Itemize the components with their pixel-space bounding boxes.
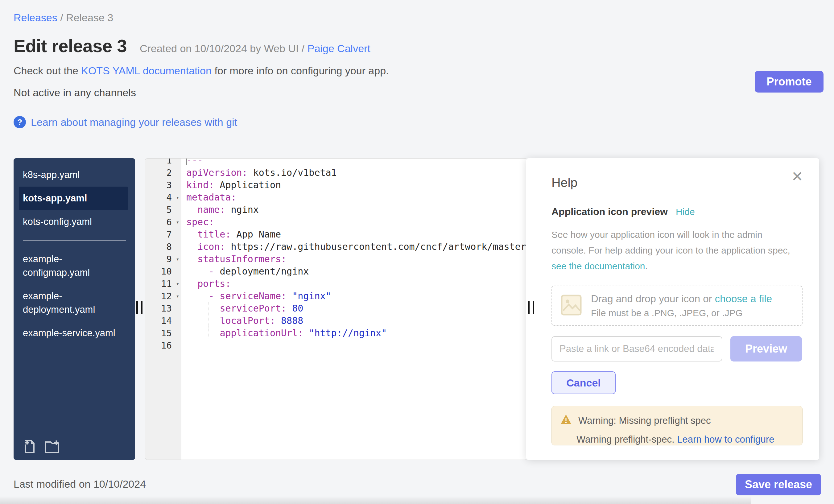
code-line-6[interactable]: spec:	[181, 216, 527, 228]
git-help-row: ? Learn about managing your releases wit…	[14, 116, 820, 128]
page-title: Edit release 3	[14, 36, 127, 56]
line-number-6: 6▾	[145, 216, 181, 228]
learn-how-to-configure-link[interactable]: Learn how to configure	[677, 434, 774, 445]
doc-hint-prefix: Check out the	[14, 65, 81, 76]
help-panel-resize-handle[interactable]	[528, 301, 535, 314]
file-list-divider	[23, 240, 126, 241]
line-number-8: 8	[145, 241, 181, 253]
breadcrumb-releases-link[interactable]: Releases	[14, 12, 57, 23]
sidebar-resize-handle[interactable]	[136, 301, 144, 314]
save-release-button[interactable]: Save release	[736, 474, 821, 495]
code-line-12[interactable]: - serviceName: "nginx"	[181, 290, 527, 302]
file-item-k8s-app.yaml[interactable]: k8s-app.yaml	[19, 163, 128, 187]
line-number-4: 4▾	[145, 191, 181, 203]
gutter-rows: 1234▾56▾789▾1011▾12▾13141516	[145, 158, 181, 352]
code-line-2[interactable]: apiVersion: kots.io/v1beta1	[181, 167, 527, 179]
dropzone-texts: Drag and drop your icon or choose a file…	[591, 293, 772, 318]
git-releases-link[interactable]: Learn about managing your releases with …	[31, 116, 237, 128]
file-item-example-configmap.yaml[interactable]: example-configmap.yaml	[19, 247, 128, 284]
sidebar-footer	[14, 434, 135, 460]
help-title: Help	[551, 176, 802, 190]
line-number-3: 3	[145, 179, 181, 191]
line-number-14: 14	[145, 314, 181, 327]
fold-arrow-icon[interactable]: ▾	[176, 290, 179, 302]
warning-body: Warning preflight-spec.	[576, 434, 677, 445]
code-line-4[interactable]: metadata:	[181, 191, 527, 203]
last-modified-text: Last modified on 10/10/2024	[14, 478, 146, 490]
line-number-15: 15	[145, 327, 181, 339]
close-icon[interactable]: ✕	[791, 169, 803, 183]
preflight-warning-box: Warning: Missing preflight spec Warning …	[551, 406, 803, 445]
code-line-15[interactable]: applicationUrl: "http://nginx"	[181, 327, 527, 339]
code-line-1[interactable]: ---	[181, 158, 527, 167]
created-meta: Created on 10/10/2024 by Web UI / Paige …	[140, 43, 370, 54]
description-text: See how your application icon will look …	[551, 229, 790, 256]
main-row: k8s-app.yamlkots-app.yamlkots-config.yam…	[14, 158, 822, 460]
icon-dropzone[interactable]: Drag and drop your icon or choose a file…	[551, 286, 803, 326]
code-rows: ---apiVersion: kots.io/v1beta1kind: Appl…	[181, 158, 527, 352]
icon-preview-section-title: Application icon preview	[551, 206, 668, 217]
page-header: Releases / Release 3 Edit release 3 Crea…	[0, 0, 834, 128]
line-number-11: 11▾	[145, 278, 181, 290]
fold-arrow-icon[interactable]: ▾	[176, 253, 179, 265]
line-number-16: 16	[145, 339, 181, 352]
channel-status: Not active in any channels	[14, 87, 820, 99]
choose-file-link[interactable]: choose a file	[715, 293, 772, 304]
add-file-icon[interactable]	[23, 440, 37, 455]
code-line-9[interactable]: statusInformers:	[181, 253, 527, 265]
line-number-9: 9▾	[145, 253, 181, 265]
add-folder-icon[interactable]	[44, 440, 60, 455]
breadcrumb-current: Release 3	[66, 12, 113, 23]
breadcrumb-separator: /	[57, 12, 66, 23]
created-text: Created on 10/10/2024 by Web UI /	[140, 43, 308, 54]
preview-button[interactable]: Preview	[730, 336, 802, 361]
doc-hint-suffix: for more info on configuring your app.	[212, 65, 389, 76]
promote-button[interactable]: Promote	[755, 71, 824, 92]
fold-arrow-icon[interactable]: ▾	[176, 278, 179, 290]
image-placeholder-icon	[561, 294, 582, 317]
line-number-2: 2	[145, 167, 181, 179]
fold-arrow-icon[interactable]: ▾	[176, 191, 179, 203]
line-number-10: 10	[145, 265, 181, 278]
footer-bar: Last modified on 10/10/2024 Save release	[14, 474, 821, 495]
fold-arrow-icon[interactable]: ▾	[176, 216, 179, 228]
editor-code-area[interactable]: ---apiVersion: kots.io/v1beta1kind: Appl…	[181, 158, 527, 460]
help-panel: ✕ Help Application icon preview Hide See…	[526, 158, 819, 460]
file-item-example-service.yaml[interactable]: example-service.yaml	[19, 322, 128, 345]
description-suffix: .	[645, 261, 648, 271]
line-number-7: 7	[145, 228, 181, 241]
hide-link[interactable]: Hide	[676, 207, 695, 217]
code-line-3[interactable]: kind: Application	[181, 179, 527, 191]
file-item-example-deployment.yaml[interactable]: example-deployment.yaml	[19, 284, 128, 322]
file-list-bottom: example-configmap.yamlexample-deployment…	[14, 247, 135, 345]
yaml-editor[interactable]: 1234▾56▾789▾1011▾12▾13141516 ---apiVersi…	[145, 158, 527, 460]
cancel-button[interactable]: Cancel	[551, 371, 616, 394]
code-line-8[interactable]: icon: https://raw.githubusercontent.com/…	[181, 241, 527, 253]
text-cursor	[186, 158, 187, 165]
warning-triangle-icon	[561, 414, 572, 427]
file-item-kots-config.yaml[interactable]: kots-config.yaml	[19, 210, 128, 234]
code-line-11[interactable]: ports:	[181, 278, 527, 290]
title-row: Edit release 3 Created on 10/10/2024 by …	[14, 36, 820, 56]
sidebar-footer-divider	[23, 434, 126, 434]
icon-preview-description: See how your application icon will look …	[551, 227, 792, 274]
code-line-10[interactable]: - deployment/nginx	[181, 265, 527, 278]
file-sidebar: k8s-app.yamlkots-app.yamlkots-config.yam…	[14, 158, 135, 460]
code-line-13[interactable]: servicePort: 80	[181, 302, 527, 314]
see-documentation-link[interactable]: see the documentation	[551, 261, 645, 271]
dropzone-hint: File must be a .PNG, .JPEG, or .JPG	[591, 308, 772, 318]
code-line-7[interactable]: title: App Name	[181, 228, 527, 241]
file-item-kots-app.yaml[interactable]: kots-app.yaml	[19, 187, 128, 210]
code-line-16[interactable]	[181, 339, 527, 352]
code-line-14[interactable]: localPort: 8888	[181, 314, 527, 327]
release-editor-page: Releases / Release 3 Edit release 3 Crea…	[0, 0, 834, 504]
line-number-1: 1	[145, 158, 181, 167]
warning-title: Warning: Missing preflight spec	[578, 415, 711, 426]
breadcrumb: Releases / Release 3	[14, 12, 820, 24]
kots-yaml-doc-link[interactable]: KOTS YAML documentation	[81, 65, 212, 76]
code-line-5[interactable]: name: nginx	[181, 203, 527, 216]
line-number-12: 12▾	[145, 290, 181, 302]
question-mark-icon: ?	[14, 116, 26, 128]
icon-url-input[interactable]	[551, 336, 722, 361]
created-by-user-link[interactable]: Paige Calvert	[308, 43, 370, 54]
